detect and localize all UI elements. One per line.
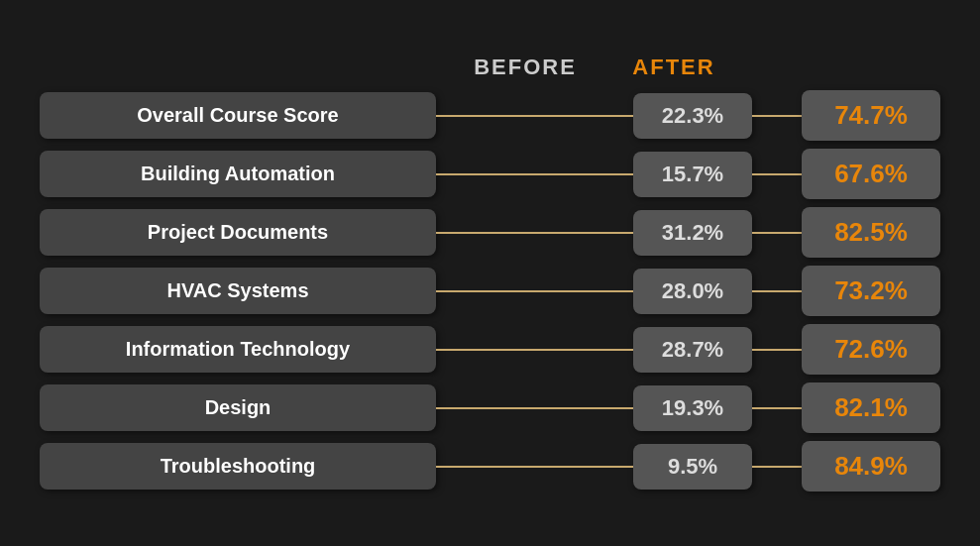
connector-line-2: [752, 232, 802, 234]
connector-line-2: [752, 466, 802, 468]
label-box: Project Documents: [40, 209, 436, 256]
connector-line: [436, 290, 633, 292]
header-before: BEFORE: [456, 55, 595, 80]
after-value: 67.6%: [802, 149, 940, 199]
after-value: 74.7%: [802, 90, 940, 141]
before-value: 28.7%: [633, 327, 752, 373]
connector-line: [436, 349, 633, 351]
connector-line: [436, 115, 633, 117]
data-rows: Overall Course Score22.3%74.7%Building A…: [40, 90, 940, 491]
connector-line-2: [752, 290, 802, 292]
after-value: 84.9%: [802, 441, 940, 491]
connector-line: [436, 407, 633, 409]
data-row: HVAC Systems28.0%73.2%: [40, 266, 940, 316]
connector-line: [436, 232, 633, 234]
after-value: 72.6%: [802, 324, 940, 375]
label-box: Building Automation: [40, 151, 436, 197]
chart-container: BEFORE AFTER Overall Course Score22.3%74…: [0, 0, 980, 546]
label-box: Troubleshooting: [40, 443, 436, 490]
before-value: 31.2%: [633, 210, 752, 256]
data-row: Design19.3%82.1%: [40, 382, 940, 433]
label-box: Overall Course Score: [40, 92, 436, 139]
before-value: 28.0%: [633, 269, 752, 314]
data-row: Troubleshooting9.5%84.9%: [40, 441, 940, 491]
after-value: 82.1%: [802, 382, 940, 433]
connector-line-2: [752, 115, 802, 117]
connector-line-2: [752, 407, 802, 409]
after-value: 73.2%: [802, 266, 940, 316]
before-value: 19.3%: [633, 385, 752, 431]
data-row: Building Automation15.7%67.6%: [40, 149, 940, 199]
connector-line-2: [752, 349, 802, 351]
before-value: 15.7%: [633, 152, 752, 197]
before-value: 22.3%: [633, 93, 752, 139]
header-row: BEFORE AFTER: [40, 55, 940, 80]
data-row: Project Documents31.2%82.5%: [40, 207, 940, 258]
label-box: Information Technology: [40, 326, 436, 373]
connector-line: [436, 466, 633, 468]
connector-line-2: [752, 173, 802, 175]
data-row: Information Technology28.7%72.6%: [40, 324, 940, 375]
data-row: Overall Course Score22.3%74.7%: [40, 90, 940, 141]
header-after: AFTER: [595, 55, 753, 80]
connector-line: [436, 173, 633, 175]
before-value: 9.5%: [633, 444, 752, 490]
label-box: HVAC Systems: [40, 268, 436, 314]
label-box: Design: [40, 384, 436, 431]
after-value: 82.5%: [802, 207, 940, 258]
